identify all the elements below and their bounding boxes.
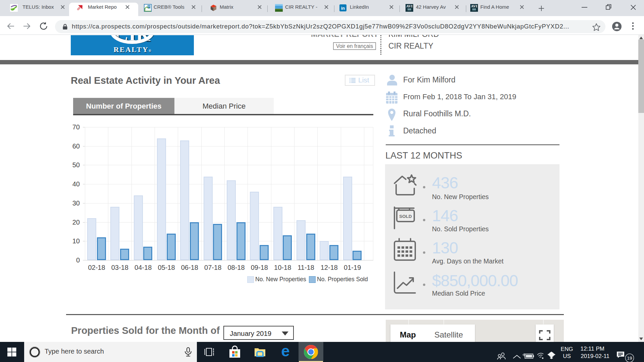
- svg-text:SOLD: SOLD: [399, 214, 412, 219]
- svg-text:in: in: [341, 6, 345, 11]
- svg-text:AVI: AVI: [471, 4, 477, 8]
- svg-text:AVI: AVI: [406, 4, 413, 8]
- svg-text:19: 19: [627, 356, 632, 361]
